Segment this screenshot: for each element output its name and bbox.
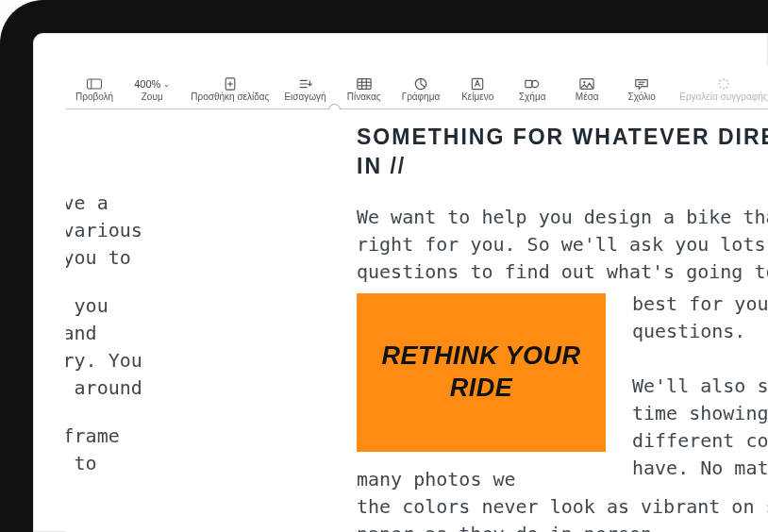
callout-box[interactable]: RETHINK YOUR RIDE <box>357 293 606 452</box>
left-paragraph-3: ck the right frame measurements to lebar… <box>66 423 311 505</box>
zoom-value: 400% <box>134 79 160 90</box>
shape-label: Σχήμα <box>519 92 546 102</box>
app-window: Προβολή 400% ⌄ Ζουμ Προσθήκη σε <box>66 66 768 532</box>
table-button[interactable]: Πίνακας <box>345 73 383 102</box>
svg-rect-0 <box>88 79 102 89</box>
text-icon <box>470 76 485 91</box>
add-page-button[interactable]: Προσθήκη σελίδας <box>189 73 271 102</box>
left-paragraph-1: s to test-drive a at's why the various v… <box>66 190 311 272</box>
add-page-label: Προσθήκη σελίδας <box>191 92 269 102</box>
right-after-callout: many photos we the colors never look as … <box>357 466 768 532</box>
insert-label: Εισαγωγή <box>284 92 326 102</box>
svg-point-15 <box>583 81 585 83</box>
media-label: Μέσα <box>576 92 599 102</box>
left-paragraph-2: to chat with you you're after and ght li… <box>66 292 311 402</box>
right-heading: SOMETHING FOR WHATEVER DIREC YOU'RE GOIN… <box>357 123 768 181</box>
toolbar: Προβολή 400% ⌄ Ζουμ Προσθήκη σε <box>66 66 768 109</box>
right-wrap-beside-callout: best for you. questions. We'll also spe … <box>632 291 768 482</box>
shape-button[interactable]: Σχήμα <box>513 73 551 102</box>
table-label: Πίνακας <box>347 92 381 102</box>
toolbar-left-group: Προβολή 400% ⌄ Ζουμ Προσθήκη σε <box>74 73 271 102</box>
sidebar-icon <box>87 76 102 91</box>
zoom-label: Ζουμ <box>142 92 163 102</box>
insert-button[interactable]: Εισαγωγή <box>282 73 327 102</box>
svg-point-13 <box>532 80 539 87</box>
view-button[interactable]: Προβολή <box>74 73 115 102</box>
view-label: Προβολή <box>75 92 113 102</box>
document-page: PERIENCE // s to test-drive a at's why t… <box>66 117 768 505</box>
comment-label: Σχόλιο <box>628 92 656 102</box>
insert-icon <box>298 76 313 91</box>
authoring-tools-button[interactable]: Εργαλεία συγγραφής <box>677 73 768 102</box>
zoom-control[interactable]: 400% ⌄ Ζουμ <box>132 73 172 102</box>
toolbar-right-group: Εισαγωγή Πίνακας Γράφημα <box>282 73 768 102</box>
chart-button[interactable]: Γράφημα <box>400 73 442 102</box>
comment-icon <box>634 76 649 91</box>
zoom-value-display: 400% ⌄ <box>134 76 170 91</box>
document-canvas[interactable]: PERIENCE // s to test-drive a at's why t… <box>66 109 768 532</box>
chevron-down-icon: ⌄ <box>163 81 170 89</box>
svg-rect-12 <box>526 80 532 87</box>
callout-text: RETHINK YOUR RIDE <box>357 341 606 405</box>
comment-button[interactable]: Σχόλιο <box>623 73 660 102</box>
media-icon <box>579 76 594 91</box>
left-heading: PERIENCE // <box>66 123 311 152</box>
text-label: Κείμενο <box>461 92 493 102</box>
sparkle-icon <box>716 76 731 91</box>
chart-label: Γράφημα <box>402 92 441 102</box>
svg-rect-5 <box>358 79 371 90</box>
right-intro: We want to help you design a bike tha ri… <box>357 204 768 286</box>
authoring-tools-label: Εργαλεία συγγραφής <box>679 92 767 102</box>
text-button[interactable]: Κείμενο <box>459 73 496 102</box>
chart-icon <box>413 76 428 91</box>
left-column: PERIENCE // s to test-drive a at's why t… <box>66 117 311 505</box>
add-page-icon <box>223 76 238 91</box>
device-bezel: Προβολή 400% ⌄ Ζουμ Προσθήκη σε <box>0 0 768 532</box>
media-button[interactable]: Μέσα <box>568 73 606 102</box>
right-column: SOMETHING FOR WHATEVER DIREC YOU'RE GOIN… <box>357 117 768 505</box>
table-icon <box>357 76 372 91</box>
shape-icon <box>525 76 540 91</box>
